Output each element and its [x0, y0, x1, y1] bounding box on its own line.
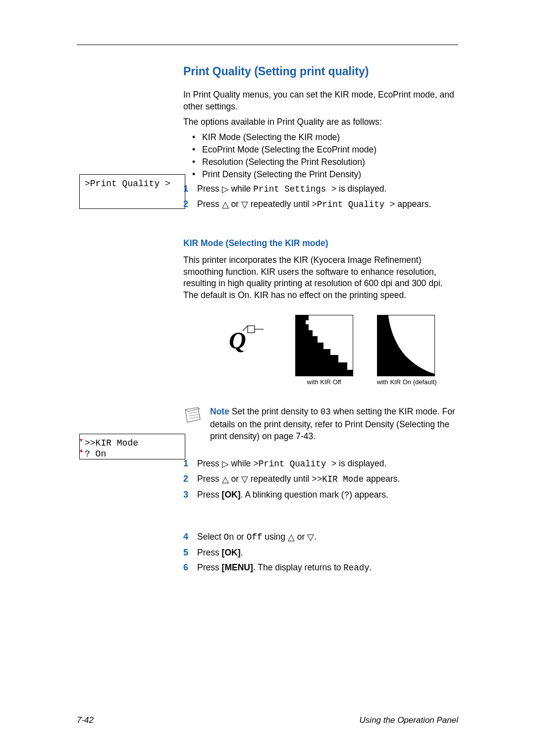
lcd-text: >Print Quality >	[85, 179, 170, 189]
triangle-down-icon: ▽	[241, 473, 248, 486]
magnify-icon: Q	[225, 321, 265, 380]
code-text: ?	[344, 490, 350, 500]
page-number: 7-42	[77, 715, 94, 725]
text: Press	[197, 458, 222, 468]
list-item: Print Density (Selecting the Print Densi…	[192, 169, 458, 180]
text: while	[229, 458, 254, 468]
list-item: KIR Mode (Selecting the KIR mode)	[192, 132, 458, 143]
lcd-panel-kir-mode: ▾ ▴ >>KIR Mode ? On	[79, 434, 185, 459]
text: Press	[197, 184, 222, 194]
triangle-up-icon: △	[222, 473, 229, 486]
text: is displayed.	[336, 458, 386, 468]
step: Press [OK].	[183, 547, 458, 559]
text: Press	[197, 562, 222, 572]
text: .	[241, 548, 243, 557]
text: . The display returns to	[253, 562, 344, 572]
text: or	[234, 532, 247, 542]
text: repeatedly until	[248, 474, 312, 484]
ok-key: [OK]	[222, 548, 241, 557]
text: is displayed.	[336, 184, 386, 194]
text: while	[229, 184, 254, 194]
code-text: >Print Quality >	[312, 200, 395, 209]
code-text: Ready	[343, 563, 370, 573]
text: or	[229, 199, 241, 209]
triangle-down-icon: ▽	[307, 531, 314, 544]
code-text: >Print Quality >	[253, 459, 336, 469]
kir-on-sample	[377, 315, 435, 376]
text: ) appears.	[349, 490, 388, 500]
code-text: Print Settings >	[253, 184, 336, 194]
triangle-down-icon: ▽	[241, 199, 248, 211]
text: or	[295, 532, 307, 542]
code-text: >>KIR Mode	[312, 474, 364, 484]
rule-top	[77, 45, 458, 45]
list-item: Resolution (Selecting the Print Resoluti…	[192, 157, 458, 167]
triangle-up-icon: △	[288, 531, 295, 544]
lcd-panel-print-quality: >Print Quality >	[79, 174, 185, 209]
ok-key: [OK]	[222, 490, 241, 500]
note-block: Note Set the print density to 03 when se…	[183, 405, 458, 443]
step: Press [OK]. A blinking question mark (?)…	[183, 489, 458, 502]
step: Select On or Off using △ or ▽.	[183, 531, 458, 544]
text: .	[370, 562, 372, 572]
code-text: On	[224, 532, 234, 542]
triangle-right-icon: ▷	[222, 183, 229, 196]
svg-rect-1	[248, 326, 255, 333]
step: Press ▷ while Print Settings > is displa…	[183, 183, 458, 196]
text: Press	[197, 548, 222, 557]
triangle-up-icon: △	[222, 199, 229, 211]
step: Press ▷ while >Print Quality > is displa…	[183, 457, 458, 470]
page: >Print Quality > ▾ ▴ >>KIR Mode ? On Pri…	[0, 0, 535, 756]
text: Press	[197, 199, 222, 209]
subsection-heading: KIR Mode (Selecting the KIR mode)	[183, 238, 458, 249]
intro-paragraph: The options available in Print Quality a…	[183, 116, 458, 128]
lcd-line2: ? On	[85, 449, 180, 460]
step: Press [MENU]. The display returns to Rea…	[183, 561, 458, 574]
code-text: Off	[247, 532, 263, 542]
text: . A blinking question mark (	[241, 490, 344, 500]
text: Select	[197, 532, 224, 542]
kir-on-column: with KIR On (default)	[377, 315, 437, 386]
triangle-right-icon: ▷	[222, 458, 229, 470]
svg-marker-4	[185, 407, 200, 422]
note-text: Note Set the print density to 03 when se…	[210, 405, 458, 443]
step: Press △ or ▽ repeatedly until >Print Qua…	[183, 198, 458, 211]
page-footer: 7-42 Using the Operation Panel	[77, 715, 458, 725]
kir-off-sample	[295, 315, 353, 376]
svg-text:Q: Q	[229, 327, 246, 353]
kir-off-column: with KIR Off	[295, 315, 353, 386]
steps-b-cont: Select On or Off using △ or ▽. Press [OK…	[183, 531, 458, 574]
kir-off-caption: with KIR Off	[295, 378, 353, 386]
footer-title: Using the Operation Panel	[360, 715, 458, 725]
list-item: EcoPrint Mode (Selecting the EcoPrint mo…	[192, 145, 458, 155]
steps-a: Press ▷ while Print Settings > is displa…	[183, 183, 458, 211]
step: Press △ or ▽ repeatedly until >>KIR Mode…	[183, 473, 458, 486]
note-label: Note	[210, 406, 229, 416]
blink-mark-icon: ▴	[79, 446, 84, 455]
text: repeatedly until	[248, 199, 312, 209]
blink-mark-icon: ▾	[79, 436, 84, 446]
text: Set the print density to	[229, 406, 321, 416]
kir-paragraph: This printer incorporates the KIR (Kyoce…	[183, 254, 458, 302]
kir-illustration: Q with KIR Off	[203, 315, 458, 386]
content-column: Print Quality (Setting print quality) In…	[183, 65, 458, 574]
code-text: 03	[321, 407, 331, 417]
text: using	[262, 532, 288, 542]
text: Press	[197, 490, 222, 500]
menu-key: [MENU]	[222, 562, 253, 572]
steps-b: Press ▷ while >Print Quality > is displa…	[183, 457, 458, 502]
section-heading: Print Quality (Setting print quality)	[183, 65, 458, 78]
kir-on-caption: with KIR On (default)	[377, 378, 437, 386]
note-icon	[183, 406, 202, 423]
text: or	[229, 474, 241, 484]
lcd-line1: >>KIR Mode	[85, 438, 180, 449]
text: appears.	[364, 474, 400, 484]
options-list: KIR Mode (Selecting the KIR mode) EcoPri…	[192, 132, 458, 180]
text: appears.	[395, 199, 431, 209]
intro-paragraph: In Print Quality menus, you can set the …	[183, 89, 458, 112]
text: Press	[197, 474, 222, 484]
text: .	[314, 532, 317, 542]
